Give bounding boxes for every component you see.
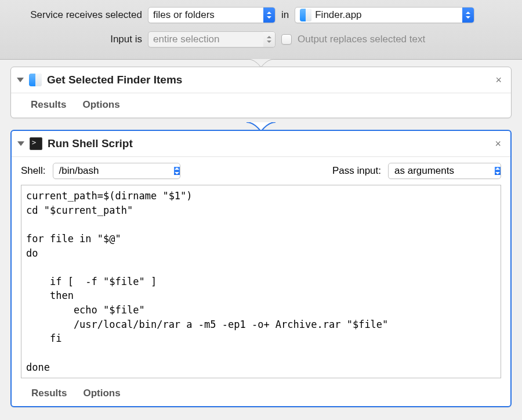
terminal-icon (29, 137, 43, 151)
options-button[interactable]: Options (83, 388, 120, 399)
app-select[interactable]: Finder.app (295, 7, 474, 23)
action-title: Get Selected Finder Items (47, 74, 488, 86)
script-textarea[interactable]: current_path=$(dirname "$1") cd "$curren… (21, 185, 501, 378)
chevron-updown-icon (462, 8, 474, 23)
input-is-label: Input is (12, 34, 142, 45)
input-is-select: entire selection (148, 31, 276, 48)
receives-type-value: files or folders (153, 9, 218, 21)
options-button[interactable]: Options (82, 99, 119, 111)
workflow-canvas: Get Selected Finder Items × Results Opti… (0, 60, 522, 420)
shell-select[interactable]: /bin/bash (53, 163, 180, 179)
in-label: in (281, 9, 289, 21)
service-config-bar: Service receives selected files or folde… (0, 0, 522, 60)
close-icon[interactable]: × (493, 74, 504, 86)
shell-select-value: /bin/bash (59, 165, 104, 177)
output-replaces-checkbox (281, 34, 292, 45)
chevron-updown-icon (174, 167, 180, 175)
disclosure-triangle-icon[interactable] (17, 141, 24, 146)
chevron-updown-icon (263, 32, 275, 47)
output-replaces-label: Output replaces selected text (298, 34, 425, 45)
results-button[interactable]: Results (31, 99, 66, 111)
receives-label: Service receives selected (12, 9, 142, 21)
chevron-updown-icon (263, 8, 275, 23)
app-select-value: Finder.app (315, 9, 365, 21)
pass-input-label: Pass input: (332, 165, 381, 177)
chevron-updown-icon (495, 167, 501, 175)
close-icon[interactable]: × (492, 138, 503, 150)
shell-label: Shell: (21, 165, 46, 177)
pass-input-select[interactable]: as arguments (388, 163, 501, 179)
pass-input-value: as arguments (394, 165, 459, 177)
results-button[interactable]: Results (31, 388, 67, 399)
action-run-shell-script[interactable]: Run Shell Script × Shell: /bin/bash Pass… (10, 130, 512, 407)
input-is-value: entire selection (153, 34, 223, 45)
receives-type-select[interactable]: files or folders (148, 7, 276, 23)
finder-icon (28, 73, 42, 87)
finder-icon (300, 9, 311, 21)
disclosure-triangle-icon[interactable] (17, 78, 24, 82)
action-get-selected-finder-items[interactable]: Get Selected Finder Items × Results Opti… (10, 67, 512, 118)
action-title: Run Shell Script (48, 137, 488, 150)
